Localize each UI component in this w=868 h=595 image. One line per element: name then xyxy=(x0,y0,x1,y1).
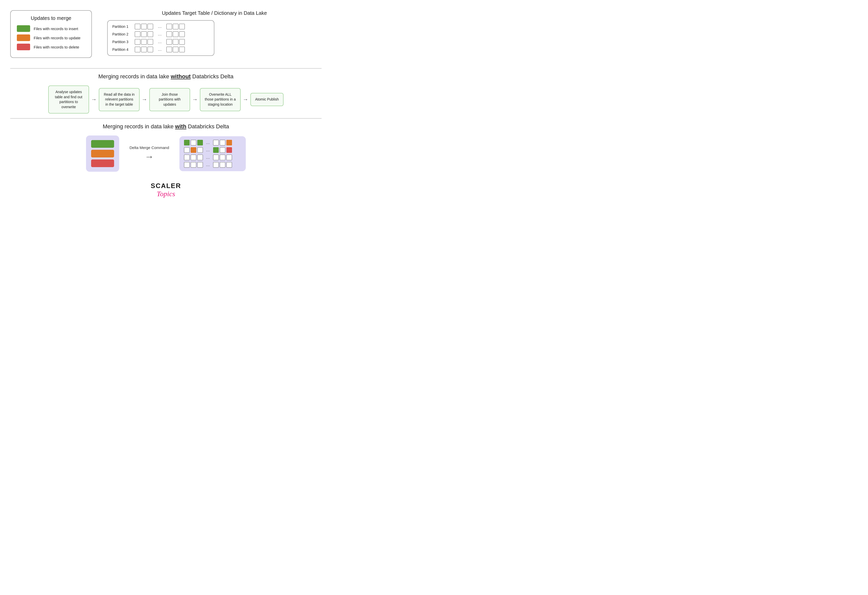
cell xyxy=(167,24,172,29)
delta-out-row-4: … xyxy=(184,162,241,168)
delta-cell xyxy=(226,140,232,146)
delta-cell xyxy=(213,147,219,153)
cell xyxy=(179,24,185,29)
cell xyxy=(135,47,140,52)
flow-step-4: Overwrite ALL those partitions in a stag… xyxy=(200,88,241,111)
delta-out-row-2: … xyxy=(184,147,241,153)
delta-cell xyxy=(197,155,203,160)
legend-label-insert: Files with records to insert xyxy=(34,27,78,31)
partition-label-2: Partition 2 xyxy=(112,32,132,36)
delta-input-box xyxy=(86,135,119,172)
delta-cell xyxy=(220,155,225,160)
cell xyxy=(135,39,140,45)
arrow-3: → xyxy=(190,96,200,103)
cell xyxy=(135,31,140,37)
partition-row-3: Partition 3 … xyxy=(112,39,209,45)
delta-cell xyxy=(184,155,190,160)
logo-topics: Topics xyxy=(10,190,322,198)
delta-cell xyxy=(220,140,225,146)
delta-cell xyxy=(197,147,203,153)
cell xyxy=(167,39,172,45)
cell xyxy=(179,39,185,45)
partition-row-4: Partition 4 … xyxy=(112,47,209,52)
arrow-2: → xyxy=(140,96,149,103)
target-table-title: Updates Target Table / Dictionary in Dat… xyxy=(107,10,322,16)
color-update xyxy=(17,34,30,41)
color-insert xyxy=(17,25,30,32)
delta-cell xyxy=(184,140,190,146)
cell xyxy=(141,39,147,45)
delta-merge-label: Delta Merge Command xyxy=(129,146,169,150)
legend-title: Updates to merge xyxy=(17,15,85,21)
delta-cell xyxy=(213,162,219,168)
arrow-4: → xyxy=(241,96,250,103)
color-delete xyxy=(17,44,30,50)
delta-bar-orange xyxy=(91,150,114,158)
delta-cell xyxy=(184,162,190,168)
delta-cell xyxy=(213,140,219,146)
delta-arrow-col: Delta Merge Command → xyxy=(129,146,169,162)
flow-step-2: Read all the data in relevent partitions… xyxy=(99,88,140,111)
cell xyxy=(167,47,172,52)
cell xyxy=(141,47,147,52)
legend-item-insert: Files with records to insert xyxy=(17,25,85,32)
section-with-title: Merging records in data lake with Databr… xyxy=(10,123,322,130)
delta-cell xyxy=(197,162,203,168)
legend-item-update: Files with records to update xyxy=(17,34,85,41)
flow-step-5: Atomic Publish xyxy=(250,93,283,106)
delta-cell xyxy=(190,140,196,146)
delta-cell xyxy=(190,162,196,168)
cell xyxy=(141,24,147,29)
flow-row: Analyse updates table and find out parti… xyxy=(10,85,322,113)
delta-out-row-1: … xyxy=(184,140,241,146)
cell xyxy=(173,31,179,37)
legend-item-delete: Files with records to delete xyxy=(17,44,85,50)
cell xyxy=(179,31,185,37)
delta-cell xyxy=(226,147,232,153)
section-without-title: Merging records in data lake without Dat… xyxy=(10,73,322,80)
cell xyxy=(179,47,185,52)
cell xyxy=(135,24,140,29)
legend-label-update: Files with records to update xyxy=(34,36,80,40)
cell xyxy=(148,24,153,29)
top-row: Updates to merge Files with records to i… xyxy=(10,8,322,60)
logo-area: SCALER Topics xyxy=(10,182,322,198)
delta-big-arrow-icon: → xyxy=(145,151,154,162)
delta-cell xyxy=(220,147,225,153)
delta-cell xyxy=(197,140,203,146)
delta-cell xyxy=(213,155,219,160)
partition-row-1: Partition 1 … xyxy=(112,24,209,29)
partition-table: Partition 1 … Partition 2 xyxy=(107,20,214,56)
delta-out-row-3: … xyxy=(184,155,241,160)
cell xyxy=(173,24,179,29)
delta-cell xyxy=(190,155,196,160)
logo-scaler: SCALER xyxy=(10,182,322,190)
delta-cell xyxy=(226,162,232,168)
divider-2 xyxy=(10,118,322,119)
partition-label-4: Partition 4 xyxy=(112,47,132,52)
legend-label-delete: Files with records to delete xyxy=(34,45,79,49)
partition-row-2: Partition 2 … xyxy=(112,31,209,37)
delta-bar-red xyxy=(91,159,114,167)
partition-label-1: Partition 1 xyxy=(112,25,132,29)
delta-cell xyxy=(220,162,225,168)
divider-1 xyxy=(10,68,322,69)
cell xyxy=(141,31,147,37)
target-table-section: Updates Target Table / Dictionary in Dat… xyxy=(107,10,322,56)
cell xyxy=(173,39,179,45)
cell xyxy=(167,31,172,37)
flow-step-3: Join those partitions with updates xyxy=(149,88,190,111)
cell xyxy=(148,47,153,52)
flow-step-1: Analyse updates table and find out parti… xyxy=(48,85,89,113)
section-with: Merging records in data lake with Databr… xyxy=(10,123,322,172)
cell xyxy=(148,39,153,45)
delta-cell xyxy=(184,147,190,153)
arrow-1: → xyxy=(89,96,99,103)
partition-cells-right-1 xyxy=(167,24,185,29)
delta-bar-green xyxy=(91,140,114,148)
with-delta-row: Delta Merge Command → … … xyxy=(10,135,322,172)
partition-label-3: Partition 3 xyxy=(112,40,132,44)
delta-cell xyxy=(226,155,232,160)
delta-cell xyxy=(190,147,196,153)
cell xyxy=(148,31,153,37)
